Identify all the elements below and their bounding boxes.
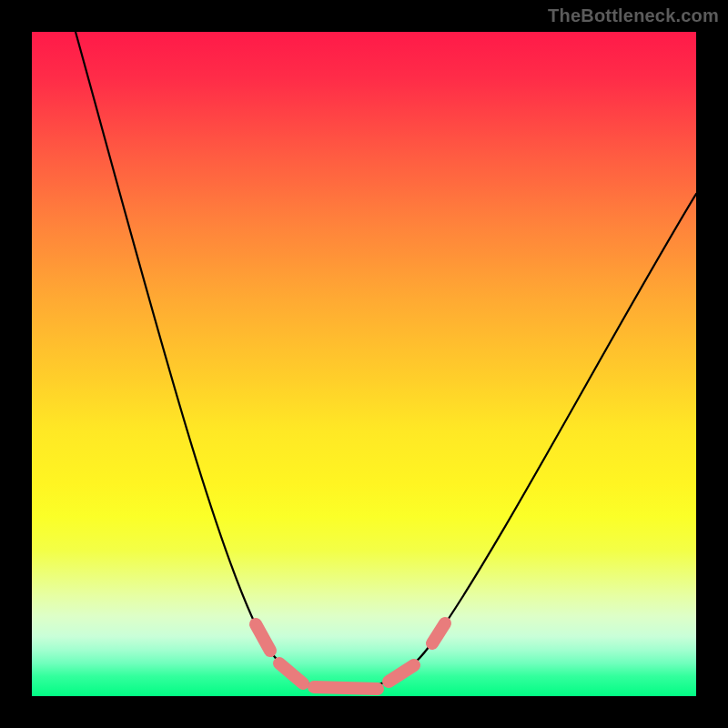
dash-segment-1 bbox=[256, 624, 270, 651]
dash-segment-3 bbox=[314, 687, 378, 689]
watermark-text: TheBottleneck.com bbox=[548, 5, 719, 26]
dash-segment-2 bbox=[279, 663, 303, 683]
chart-area bbox=[32, 32, 696, 696]
bottleneck-curve bbox=[32, 32, 696, 696]
dash-segment-4 bbox=[389, 665, 414, 682]
chart-frame: TheBottleneck.com bbox=[0, 0, 728, 728]
dash-segment-5 bbox=[432, 623, 445, 643]
main-curve-path bbox=[76, 32, 696, 689]
